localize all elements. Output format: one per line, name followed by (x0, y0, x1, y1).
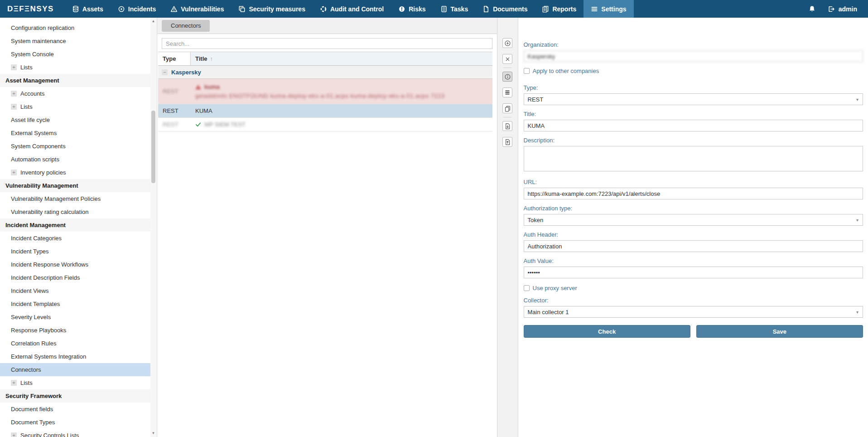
sidebar-item-accounts[interactable]: +Accounts (0, 87, 151, 100)
sidebar-item-system-console[interactable]: System Console (0, 48, 151, 61)
sidebar-item-correlation-rules[interactable]: Correlation Rules (0, 337, 151, 350)
table-row[interactable]: REST MP SIEM TEST (158, 118, 492, 131)
connector-type: REST (158, 104, 191, 117)
sidebar-item-response-playbooks[interactable]: Response Playbooks (0, 324, 151, 337)
nav-item-audit-and-control[interactable]: Audit and Control (313, 0, 391, 18)
sidebar-item-incident-response-workflows[interactable]: Incident Response Workflows (0, 258, 151, 271)
sidebar-item-severity-levels[interactable]: Severity Levels (0, 311, 151, 324)
sidebar-item-security-controls-lists[interactable]: +Security Controls Lists (0, 429, 151, 437)
nav-item-reports[interactable]: Reports (535, 0, 583, 18)
scroll-up-icon[interactable]: ▲ (150, 19, 156, 24)
nav-item-label: Incidents (128, 5, 156, 13)
sidebar-item-incident-types[interactable]: Incident Types (0, 245, 151, 258)
sidebar-item-incident-categories[interactable]: Incident Categories (0, 232, 151, 245)
sidebar-item-external-systems-integration[interactable]: External Systems Integration (0, 350, 151, 363)
list-button[interactable] (502, 87, 512, 97)
nav-item-tasks[interactable]: Tasks (433, 0, 476, 18)
table-row-selected[interactable]: REST KUMA (158, 104, 492, 118)
sidebar-item-lists[interactable]: +Lists (0, 100, 151, 113)
user-menu[interactable]: admin (828, 5, 857, 13)
nav-item-label: Vulnerabilities (181, 5, 224, 13)
sidebar-item-label: Severity Levels (11, 314, 51, 320)
expand-icon[interactable]: + (11, 170, 17, 175)
column-header-title[interactable]: Title ↑ (191, 52, 492, 65)
use-proxy-server-checkbox[interactable] (524, 285, 530, 291)
sidebar-item-vulnerability-management-policies[interactable]: Vulnerability Management Policies (0, 192, 151, 205)
sidebar-item-incident-templates[interactable]: Incident Templates (0, 297, 151, 311)
scrollbar-thumb[interactable] (151, 111, 155, 183)
info-button[interactable] (502, 72, 512, 82)
column-header-type[interactable]: Type (158, 52, 191, 65)
expand-icon[interactable]: + (11, 64, 17, 70)
nav-item-documents[interactable]: Documents (475, 0, 535, 18)
description-field[interactable] (524, 146, 863, 171)
sidebar-item-automation-scripts[interactable]: Automation scripts (0, 153, 151, 166)
save-button[interactable]: Save (696, 325, 863, 338)
delete-button[interactable] (502, 54, 512, 64)
sidebar-item-label: System Console (11, 51, 54, 58)
expand-icon[interactable]: + (11, 104, 17, 110)
nav-item-assets[interactable]: Assets (65, 0, 111, 18)
table-group-kaspersky[interactable]: − Kaspersky (158, 66, 492, 79)
table-header: Type Title ↑ (158, 52, 492, 66)
apply-to-other-companies-checkbox[interactable] (524, 68, 530, 74)
sidebar-item-lists[interactable]: +Lists (0, 376, 151, 389)
connector-details-form: Organization: Apply to other companies T… (518, 18, 868, 437)
tab-connectors[interactable]: Connectors (162, 20, 210, 32)
bell-icon[interactable] (808, 5, 816, 13)
sidebar-item-document-fields[interactable]: Document fields (0, 403, 151, 416)
export-button[interactable] (502, 121, 512, 131)
search-input[interactable] (162, 38, 492, 49)
sidebar-item-document-types[interactable]: Document Types (0, 416, 151, 429)
title-field[interactable] (524, 120, 863, 131)
auth-value-field[interactable] (524, 267, 863, 278)
connector-title: MP SIEM TEST (204, 121, 246, 128)
sidebar-item-label: Vulnerability rating calculation (11, 209, 89, 215)
use-proxy-server-label: Use proxy server (533, 285, 577, 291)
sidebar-item-system-components[interactable]: System Components (0, 140, 151, 153)
sidebar-item-system-maintenance[interactable]: System maintenance (0, 34, 151, 48)
close-icon (505, 56, 511, 62)
chevron-down-icon: ▾ (856, 97, 858, 102)
error-warning-icon (195, 84, 201, 90)
auth-header-field[interactable] (524, 240, 863, 252)
sidebar-item-label: Incident Types (11, 248, 49, 255)
nav-item-security-measures[interactable]: Security measures (231, 0, 313, 18)
table-row[interactable]: REST kuma getaddrinfo ENOTFOUND kuma-dep… (158, 79, 492, 104)
sidebar-item-inventory-policies[interactable]: +Inventory policies (0, 166, 151, 179)
copy-button[interactable] (502, 103, 512, 113)
expand-icon[interactable]: + (11, 91, 17, 97)
sidebar-item-incident-views[interactable]: Incident Views (0, 284, 151, 297)
sidebar-item-configuration-replication[interactable]: Configuration replication (0, 21, 151, 34)
collector-select[interactable]: Main collector 1 ▾ (524, 306, 863, 318)
check-button[interactable]: Check (524, 325, 690, 338)
nav-item-incidents[interactable]: Incidents (111, 0, 163, 18)
top-navigation: DΞFΞNSYS Assets Incidents Vulnerabilitie… (0, 0, 868, 18)
nav-item-vulnerabilities[interactable]: Vulnerabilities (163, 0, 231, 18)
expand-icon[interactable]: + (11, 380, 17, 386)
sidebar-item-external-systems[interactable]: External Systems (0, 126, 151, 140)
nav-item-label: Security measures (249, 5, 305, 13)
type-select[interactable]: REST ▾ (524, 93, 863, 105)
sidebar-item-incident-description-fields[interactable]: Incident Description Fields (0, 271, 151, 284)
nav-item-risks[interactable]: Risks (391, 0, 433, 18)
nav-item-settings[interactable]: Settings (583, 0, 633, 18)
authorization-type-select[interactable]: Token ▾ (524, 214, 863, 226)
sidebar-item-label: Inventory policies (20, 169, 66, 176)
sidebar-item-lists[interactable]: +Lists (0, 61, 151, 74)
sidebar-item-connectors[interactable]: Connectors (0, 363, 151, 376)
sidebar-item-asset-life-cycle[interactable]: Asset life cycle (0, 113, 151, 126)
expand-icon[interactable]: + (11, 432, 17, 437)
sidebar-section-asset-management: Asset Management (0, 74, 151, 87)
sidebar-item-vulnerability-rating-calculation[interactable]: Vulnerability rating calculation (0, 205, 151, 218)
url-field[interactable] (524, 188, 863, 199)
sidebar-item-label: Vulnerability Management Policies (11, 195, 101, 202)
sidebar-scrollbar[interactable]: ▲ ▼ (150, 18, 156, 437)
sort-ascending-icon: ↑ (210, 55, 213, 62)
organization-field[interactable] (524, 50, 863, 62)
scroll-down-icon[interactable]: ▼ (150, 431, 156, 436)
warning-triangle-icon (170, 5, 178, 13)
import-button[interactable] (502, 137, 512, 147)
collapse-icon[interactable]: − (162, 69, 168, 75)
add-button[interactable] (502, 38, 512, 48)
